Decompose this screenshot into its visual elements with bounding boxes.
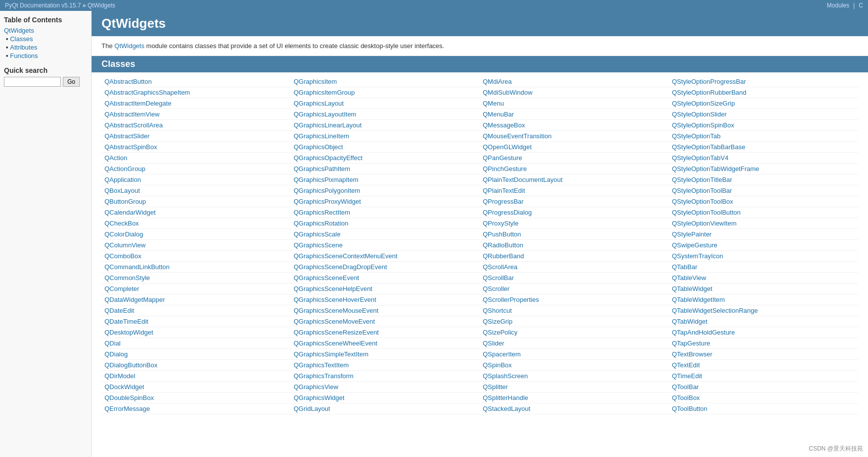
class-link[interactable]: QAbstractSlider	[104, 132, 150, 140]
class-link[interactable]: QComboBox	[104, 252, 141, 260]
class-link[interactable]: QAbstractItemView	[104, 111, 159, 118]
class-link[interactable]: QAbstractItemDelegate	[104, 100, 171, 107]
class-link[interactable]: QSizeGrip	[483, 318, 512, 325]
class-link[interactable]: QColumnView	[104, 241, 146, 249]
class-link[interactable]: QDirModel	[104, 372, 135, 380]
class-link[interactable]: QPlainTextDocumentLayout	[483, 176, 562, 183]
toc-qtwidgets-link[interactable]: QtWidgets	[4, 27, 87, 34]
class-link[interactable]: QTableView	[672, 274, 706, 282]
class-link[interactable]: QMouseEventTransition	[483, 132, 552, 140]
class-link[interactable]: QCompleter	[104, 285, 139, 292]
class-link[interactable]: QTableWidgetSelectionRange	[672, 307, 758, 314]
c-link[interactable]: C	[859, 2, 863, 9]
class-link[interactable]: QAction	[104, 154, 127, 162]
class-link[interactable]: QDateEdit	[104, 307, 134, 314]
class-link[interactable]: QGraphicsSceneDragDropEvent	[294, 263, 387, 271]
class-link[interactable]: QTextBrowser	[672, 350, 713, 358]
breadcrumb-home-link[interactable]: PyQt Documentation v5.15.7	[5, 2, 81, 9]
class-link[interactable]: QCheckBox	[104, 220, 139, 227]
class-link[interactable]: QStyleOptionSpinBox	[672, 121, 734, 129]
search-input[interactable]	[4, 77, 61, 87]
class-link[interactable]: QAbstractButton	[104, 78, 152, 85]
class-link[interactable]: QGraphicsSceneHelpEvent	[294, 285, 372, 292]
class-link[interactable]: QPanGesture	[483, 154, 522, 162]
class-link[interactable]: QRubberBand	[483, 252, 524, 260]
class-link[interactable]: QDockWidget	[104, 383, 144, 391]
class-link[interactable]: QSystemTrayIcon	[672, 252, 723, 260]
class-link[interactable]: QStyleOptionSlider	[672, 111, 727, 118]
class-link[interactable]: QPlainTextEdit	[483, 187, 525, 194]
class-link[interactable]: QGraphicsTransform	[294, 372, 354, 380]
class-link[interactable]: QTextEdit	[672, 361, 700, 369]
class-link[interactable]: QDial	[104, 340, 121, 347]
class-link[interactable]: QPushButton	[483, 230, 521, 238]
class-link[interactable]: QScrollArea	[483, 263, 517, 271]
class-link[interactable]: QSplitterHandle	[483, 394, 528, 401]
class-link[interactable]: QGraphicsLinearLayout	[294, 121, 361, 129]
class-link[interactable]: QTabWidget	[672, 318, 708, 325]
toc-classes-link[interactable]: Classes	[10, 35, 33, 43]
toc-functions-link[interactable]: Functions	[10, 52, 38, 59]
class-link[interactable]: QAbstractSpinBox	[104, 143, 157, 151]
class-link[interactable]: QRadioButton	[483, 241, 523, 249]
class-link[interactable]: QGraphicsSceneResizeEvent	[294, 329, 379, 336]
class-link[interactable]: QGraphicsLayout	[294, 100, 344, 107]
class-link[interactable]: QCommandLinkButton	[104, 263, 170, 271]
class-link[interactable]: QBoxLayout	[104, 187, 140, 194]
class-link[interactable]: QSplitter	[483, 383, 508, 391]
class-link[interactable]: QStackedLayout	[483, 405, 530, 412]
class-link[interactable]: QGraphicsView	[294, 383, 338, 391]
class-link[interactable]: QGraphicsLineItem	[294, 132, 349, 140]
class-link[interactable]: QGraphicsRectItem	[294, 209, 350, 216]
class-link[interactable]: QToolButton	[672, 405, 708, 412]
class-link[interactable]: QMdiSubWindow	[483, 89, 532, 96]
class-link[interactable]: QStyleOptionProgressBar	[672, 78, 746, 85]
class-link[interactable]: QScrollBar	[483, 274, 514, 282]
class-link[interactable]: QProgressDialog	[483, 209, 532, 216]
class-link[interactable]: QGraphicsScale	[294, 230, 341, 238]
class-link[interactable]: QApplication	[104, 176, 141, 183]
class-link[interactable]: QProxyStyle	[483, 220, 518, 227]
class-link[interactable]: QGraphicsSceneMoveEvent	[294, 318, 375, 325]
class-link[interactable]: QStylePainter	[672, 230, 712, 238]
class-link[interactable]: QStyleOptionTab	[672, 132, 720, 140]
toc-attributes-link[interactable]: Attributes	[10, 44, 37, 51]
description-qtwidgets-link[interactable]: QtWidgets	[114, 42, 145, 50]
class-link[interactable]: QGraphicsSimpleTextItem	[294, 350, 368, 358]
class-link[interactable]: QGraphicsOpacityEffect	[294, 154, 362, 162]
class-link[interactable]: QMenu	[483, 100, 504, 107]
class-link[interactable]: QActionGroup	[104, 165, 145, 172]
class-link[interactable]: QStyleOptionSizeGrip	[672, 100, 735, 107]
class-link[interactable]: QTableWidget	[672, 285, 713, 292]
class-link[interactable]: QToolBar	[672, 383, 699, 391]
class-link[interactable]: QGraphicsSceneContextMenuEvent	[294, 252, 398, 260]
class-link[interactable]: QGraphicsPixmapItem	[294, 176, 358, 183]
class-link[interactable]: QGraphicsItemGroup	[294, 89, 355, 96]
class-link[interactable]: QGraphicsLayoutItem	[294, 111, 356, 118]
class-link[interactable]: QAbstractGraphicsShapeItem	[104, 89, 190, 96]
class-link[interactable]: QCommonStyle	[104, 274, 150, 282]
class-link[interactable]: QStyleOptionToolButton	[672, 209, 741, 216]
class-link[interactable]: QSwipeGesture	[672, 241, 717, 249]
class-link[interactable]: QTabBar	[672, 263, 697, 271]
class-link[interactable]: QSpinBox	[483, 361, 512, 369]
class-link[interactable]: QGraphicsTextItem	[294, 361, 349, 369]
class-link[interactable]: QGraphicsPolygonItem	[294, 187, 360, 194]
class-link[interactable]: QDoubleSpinBox	[104, 394, 154, 401]
class-link[interactable]: QSlider	[483, 340, 504, 347]
class-link[interactable]: QTapGesture	[672, 340, 710, 347]
class-link[interactable]: QAbstractScrollArea	[104, 121, 163, 129]
class-link[interactable]: QGraphicsSceneEvent	[294, 274, 359, 282]
class-link[interactable]: QGraphicsScene	[294, 241, 343, 249]
class-link[interactable]: QDesktopWidget	[104, 329, 153, 336]
class-link[interactable]: QOpenGLWidget	[483, 143, 532, 151]
class-link[interactable]: QToolBox	[672, 394, 700, 401]
class-link[interactable]: QProgressBar	[483, 198, 523, 205]
class-link[interactable]: QStyleOptionRubberBand	[672, 89, 746, 96]
class-link[interactable]: QStyleOptionTabV4	[672, 154, 728, 162]
class-link[interactable]: QDateTimeEdit	[104, 318, 148, 325]
class-link[interactable]: QGraphicsWidget	[294, 394, 345, 401]
class-link[interactable]: QGridLayout	[294, 405, 330, 412]
class-link[interactable]: QStyleOptionTabWidgetFrame	[672, 165, 759, 172]
class-link[interactable]: QGraphicsSceneMouseEvent	[294, 307, 378, 314]
